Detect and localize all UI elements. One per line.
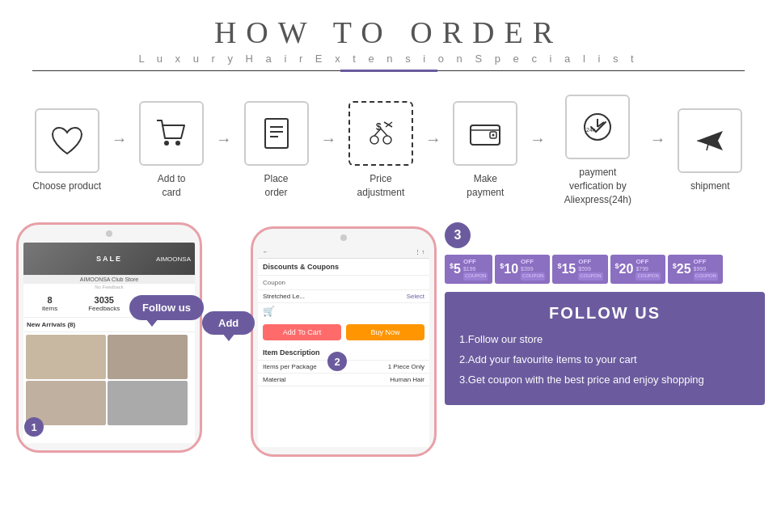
- svg-point-16: [492, 134, 495, 137]
- step-payment-verification: 24h paymentverfication byAliexpress(24h): [547, 95, 648, 206]
- step-label-order: Placeorder: [264, 172, 289, 200]
- heart-icon: [49, 123, 85, 158]
- coupon-3-amount: $15: [557, 262, 576, 277]
- cart-icon-small: 🛒: [263, 306, 275, 317]
- phone1-frame: SALE AIMOONSA AIMOONSA Club Store No Fee…: [16, 222, 202, 453]
- add-bubble: Add: [202, 311, 255, 335]
- phone2-screen: ← ⋮ ↑ Discounts & Coupons Coupon Stretch…: [258, 247, 429, 447]
- coupon-strip: $5 OFF $199 COUPON $10 OFF $399 COUPON $…: [445, 255, 765, 283]
- phone1-product-1: [26, 335, 106, 379]
- phone1-camera: [106, 230, 112, 237]
- header: HOW TO ORDER L u x u r y H a i r E x t e…: [0, 0, 777, 77]
- step-make-payment: Makepayment: [443, 101, 528, 200]
- step-label-price: Priceadjustment: [357, 172, 405, 200]
- phone2-cart-icon-row: 🛒: [258, 303, 429, 319]
- coupon-2: $10 OFF $399 COUPON: [495, 255, 550, 283]
- step-icon-box-payment: [453, 101, 517, 166]
- coupon-5: $25 OFF $999 COUPON: [668, 255, 723, 283]
- svg-rect-2: [265, 119, 288, 148]
- coupon-3: $15 OFF $599 COUPON: [552, 255, 607, 283]
- coupon-4: $20 OFF $799 COUPON: [610, 255, 665, 283]
- line-accent: [340, 70, 437, 72]
- phone1-store-name: AIMOONSA Club Store: [23, 275, 195, 284]
- steps-row: Choose product → Add tocard → Placeorder…: [0, 77, 777, 214]
- buy-now-button[interactable]: Buy Now: [346, 324, 424, 340]
- phone1-feedback-label: No Feedback: [23, 284, 195, 290]
- step-shipment: shipment: [668, 108, 753, 193]
- clock-check-icon: 24h: [580, 109, 615, 145]
- coupon-1-amount: $5: [450, 262, 461, 277]
- coupon-4-amount: $20: [615, 262, 634, 277]
- arrow-3: →: [320, 130, 336, 149]
- plane-icon: [692, 123, 728, 158]
- svg-line-9: [381, 129, 387, 136]
- phone1-product-4: [108, 381, 188, 425]
- badge-3: 3: [445, 222, 471, 248]
- svg-text:$: $: [376, 121, 382, 133]
- step-place-order: Placeorder: [234, 101, 319, 200]
- follow-panel-item-3: 3.Get coupon with the best price and enj…: [459, 373, 750, 387]
- page-title: HOW TO ORDER: [0, 15, 777, 50]
- svg-line-22: [707, 144, 708, 150]
- phone2-frame: ← ⋮ ↑ Discounts & Coupons Coupon Stretch…: [251, 226, 437, 457]
- step-icon-box-price: $: [348, 101, 413, 166]
- arrow-2: →: [216, 130, 232, 149]
- step-icon-box-shipment: [678, 108, 742, 173]
- phone2-coupon-row: Coupon: [258, 276, 429, 290]
- phone1-container: SALE AIMOONSA AIMOONSA Club Store No Fee…: [16, 222, 202, 457]
- step-add-to-card: Add tocard: [129, 101, 213, 200]
- follow-panel: FOLLOW US 1.Follow our store 2.Add your …: [445, 292, 765, 406]
- coupon-1: $5 OFF $199 COUPON: [445, 255, 492, 283]
- step-label-shipment: shipment: [690, 179, 730, 193]
- document-icon: [259, 116, 294, 151]
- follow-bubble: Follow us: [129, 295, 204, 320]
- phone2-stretched-row: Stretched Le... Select: [258, 290, 429, 303]
- step-label-choose: Choose product: [32, 179, 101, 193]
- step-choose-product: Choose product: [24, 108, 109, 193]
- follow-panel-item-2: 2.Add your favourite items to your cart: [459, 353, 750, 367]
- arrow-1: →: [111, 130, 127, 149]
- header-line: [32, 70, 745, 72]
- svg-point-1: [175, 141, 180, 146]
- phone2-action-buttons: Add To Cart Buy Now: [258, 319, 429, 345]
- svg-point-7: [383, 136, 391, 144]
- phone1-brand-name: AIMOONSA: [156, 255, 191, 263]
- step-label-cart: Add tocard: [158, 172, 186, 200]
- arrow-5: →: [530, 130, 546, 149]
- phone2-desc-row-2: Material Human Hair: [258, 374, 429, 386]
- step-icon-box-cart: [139, 101, 204, 166]
- step-icon-box-choose: [35, 108, 99, 173]
- add-to-cart-button[interactable]: Add To Cart: [263, 324, 341, 340]
- arrow-4: →: [425, 130, 441, 149]
- phone1-sale-badge: SALE: [96, 255, 122, 263]
- line-left: [32, 70, 340, 71]
- phone1-products: [23, 332, 195, 428]
- phone1-stat-items: 8 items: [42, 295, 57, 312]
- svg-rect-13: [471, 125, 500, 145]
- step-icon-box-verification: 24h: [565, 95, 630, 159]
- coupon-2-amount: $10: [500, 262, 518, 277]
- bottom-section: SALE AIMOONSA AIMOONSA Club Store No Fee…: [0, 214, 777, 465]
- phone2-discounts-label: Discounts & Coupons: [258, 259, 429, 276]
- phones-area: SALE AIMOONSA AIMOONSA Club Store No Fee…: [0, 214, 437, 465]
- svg-point-0: [164, 141, 169, 146]
- phone1-stat-feedbacks: 3035 Feedbacks: [88, 295, 120, 312]
- page-subtitle: L u x u r y H a i r E x t e n s i o n S …: [0, 53, 777, 65]
- phone2-camera: [340, 234, 347, 241]
- step-label-payment: Makepayment: [467, 172, 504, 200]
- phone1-arrivals: New Arrivals (8): [23, 318, 195, 332]
- svg-point-6: [370, 136, 378, 144]
- step-price-adjustment: $ Priceadjustment: [338, 101, 423, 200]
- price-scissors-icon: $: [363, 116, 399, 151]
- wallet-icon: [467, 116, 503, 151]
- step-icon-box-order: [244, 101, 309, 166]
- phone1-product-2: [108, 335, 188, 379]
- coupon-5-amount: $25: [673, 262, 691, 277]
- phone2-container: ← ⋮ ↑ Discounts & Coupons Coupon Stretch…: [251, 226, 437, 461]
- step-label-verification: paymentverfication byAliexpress(24h): [564, 166, 631, 206]
- cart-icon: [154, 116, 189, 151]
- line-right: [437, 70, 745, 71]
- phone2-top-bar: ← ⋮ ↑: [258, 247, 429, 259]
- follow-panel-item-1: 1.Follow our store: [459, 332, 750, 347]
- arrow-6: →: [650, 130, 666, 149]
